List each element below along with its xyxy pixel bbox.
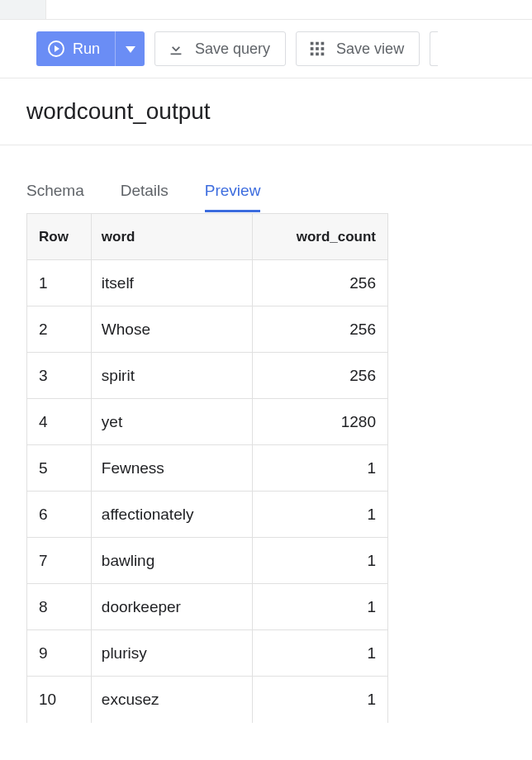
cell-word: spirit	[91, 353, 253, 399]
cell-row-index: 4	[27, 399, 92, 445]
cell-word: Fewness	[91, 445, 253, 492]
cell-row-index: 6	[27, 492, 92, 538]
header-row: Row	[27, 214, 92, 260]
table-grid-icon	[308, 40, 326, 58]
cell-word: bawling	[91, 538, 253, 584]
table-row: 4yet1280	[27, 399, 388, 445]
toolbar-overflow-stub[interactable]	[430, 31, 438, 66]
cell-word-count: 1	[253, 445, 388, 492]
window-tab-stub[interactable]	[0, 0, 46, 19]
cell-word-count: 1	[253, 538, 388, 584]
save-view-label: Save view	[336, 40, 404, 58]
cell-word-count: 256	[253, 260, 388, 306]
svg-rect-11	[321, 53, 325, 56]
header-word: word	[91, 214, 253, 260]
table-row: 7bawling1	[27, 538, 388, 584]
cell-word: itself	[91, 260, 253, 306]
svg-rect-9	[311, 53, 314, 56]
svg-rect-6	[311, 47, 314, 50]
run-button[interactable]: Run	[36, 31, 115, 66]
svg-rect-7	[316, 47, 319, 50]
preview-table: Row word word_count 1itself2562Whose2563…	[26, 213, 388, 723]
cell-row-index: 9	[27, 630, 92, 677]
page-title: wordcount_output	[0, 78, 532, 145]
cell-word-count: 1	[253, 584, 388, 630]
cell-row-index: 1	[27, 260, 92, 306]
tab-details[interactable]: Details	[121, 175, 169, 212]
cell-word: Whose	[91, 306, 253, 353]
cell-row-index: 3	[27, 353, 92, 399]
svg-rect-8	[321, 47, 325, 50]
run-button-group: Run	[36, 31, 145, 66]
cell-word-count: 1280	[253, 399, 388, 445]
svg-marker-2	[126, 46, 135, 53]
table-row: 3spirit256	[27, 353, 388, 399]
toolbar: Run Save query Save view	[0, 20, 532, 78]
cell-word-count: 1	[253, 630, 388, 677]
cell-word: doorkeeper	[91, 584, 253, 630]
cell-row-index: 5	[27, 445, 92, 492]
save-query-button[interactable]: Save query	[154, 31, 286, 66]
cell-row-index: 2	[27, 306, 92, 353]
run-dropdown-button[interactable]	[115, 31, 145, 66]
svg-rect-4	[316, 42, 319, 45]
table-row: 9plurisy1	[27, 630, 388, 677]
save-query-label: Save query	[195, 40, 270, 58]
tabs: Schema Details Preview	[0, 175, 532, 213]
table-header-row: Row word word_count	[27, 214, 388, 260]
cell-word-count: 256	[253, 306, 388, 353]
tab-preview[interactable]: Preview	[205, 175, 261, 212]
cell-word-count: 256	[253, 353, 388, 399]
table-row: 2Whose256	[27, 306, 388, 353]
cell-word: plurisy	[91, 630, 253, 677]
cell-word: excusez	[91, 677, 253, 723]
table-row: 6affectionately1	[27, 492, 388, 538]
table-body: 1itself2562Whose2563spirit2564yet12805Fe…	[27, 260, 388, 723]
cell-word: affectionately	[91, 492, 253, 538]
run-button-label: Run	[73, 40, 100, 58]
cell-row-index: 8	[27, 584, 92, 630]
download-icon	[167, 40, 185, 58]
play-icon	[48, 40, 64, 57]
preview-table-wrap: Row word word_count 1itself2562Whose2563…	[26, 213, 388, 723]
svg-rect-3	[311, 42, 314, 45]
tab-schema[interactable]: Schema	[26, 175, 84, 212]
table-row: 5Fewness1	[27, 445, 388, 492]
svg-marker-1	[55, 45, 59, 52]
header-word-count: word_count	[253, 214, 388, 260]
svg-rect-5	[321, 42, 325, 45]
svg-rect-10	[316, 53, 319, 56]
cell-word: yet	[91, 399, 253, 445]
cell-word-count: 1	[253, 492, 388, 538]
save-view-button[interactable]: Save view	[296, 31, 420, 66]
cell-row-index: 10	[27, 677, 92, 723]
cell-row-index: 7	[27, 538, 92, 584]
table-row: 8doorkeeper1	[27, 584, 388, 630]
window-tab-strip	[0, 0, 532, 20]
table-row: 1itself256	[27, 260, 388, 306]
table-row: 10excusez1	[27, 677, 388, 723]
caret-down-icon	[126, 43, 135, 55]
cell-word-count: 1	[253, 677, 388, 723]
